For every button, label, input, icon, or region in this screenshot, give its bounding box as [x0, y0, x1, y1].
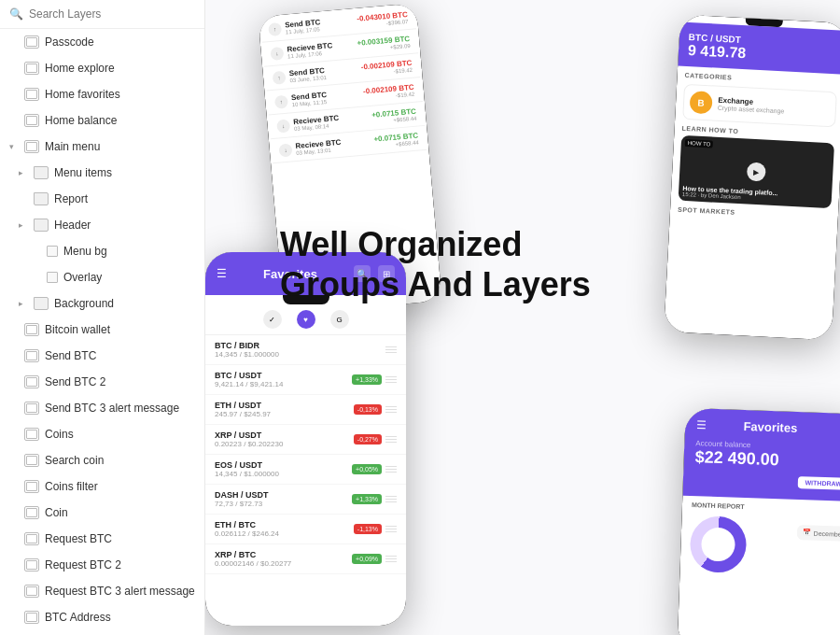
- monitor-icon: [24, 323, 39, 336]
- sidebar-item-label: Home favorites: [45, 88, 120, 101]
- coin-name: XRP / BTC: [215, 550, 291, 559]
- monitor-icon: [24, 480, 39, 493]
- sidebar-item-home-explore[interactable]: Home explore: [0, 55, 204, 81]
- sidebar-item-report[interactable]: Report: [0, 186, 204, 212]
- sidebar-item-label: Passcode: [45, 35, 94, 49]
- coin-name: ETH / USDT: [215, 401, 271, 410]
- sidebar-layer-list: PasscodeHome exploreHome favoritesHome b…: [0, 29, 204, 635]
- coin-name: ETH / BTC: [215, 520, 279, 529]
- sidebar-item-label: Report: [54, 192, 88, 205]
- coin-value: 245.97 / $245.97: [215, 410, 271, 418]
- sidebar-item-request-btc-2[interactable]: Request BTC 2: [0, 552, 204, 578]
- sidebar-item-home-favorites[interactable]: Home favorites: [0, 81, 204, 107]
- monitor-icon: [24, 375, 39, 388]
- monitor-icon: [24, 558, 39, 572]
- chevron-icon: ▸: [19, 220, 28, 230]
- coin-row: BTC / USDT9,421.14 / $9,421.14+1,33%: [205, 365, 406, 395]
- video-label: HOW TO: [685, 139, 714, 148]
- coin-name: EOS / USDT: [215, 460, 279, 470]
- sidebar-item-send-btc[interactable]: Send BTC: [0, 343, 204, 369]
- monitor-icon: [24, 454, 39, 467]
- coin-value: 72,73 / $72.73: [215, 500, 269, 508]
- sidebar-item-label: Main menu: [45, 140, 100, 153]
- phone-favorites: ☰ Favorites 🔍 ⊞ ✓ ♥ G BTC / BIDR14,345 /…: [205, 252, 406, 626]
- coin-value: 14,345 / $1.000000: [215, 350, 279, 359]
- sidebar-item-send-btc-3[interactable]: Send BTC 3 alert message: [0, 395, 204, 421]
- sidebar-item-home-balance[interactable]: Home balance: [0, 107, 204, 134]
- tab-heart[interactable]: ♥: [297, 310, 315, 329]
- sidebar: 🔍 PasscodeHome exploreHome favoritesHome…: [0, 0, 205, 635]
- sidebar-item-main-menu[interactable]: ▾Main menu: [0, 134, 204, 160]
- badge-positive: +1,33%: [352, 374, 382, 385]
- sidebar-item-label: Overlay: [63, 271, 102, 284]
- send-icon: ↑: [273, 70, 287, 84]
- sidebar-item-label: Menu items: [54, 166, 112, 179]
- coin-row: XRP / USDT0.20223 / $0.202230-0,27%: [205, 425, 406, 455]
- menu-lines-icon: [385, 346, 397, 353]
- menu-lines-icon: [385, 496, 397, 502]
- monitor-icon: [24, 611, 39, 624]
- tab-check[interactable]: ✓: [263, 310, 282, 329]
- exchange-icon: B: [690, 91, 713, 114]
- sidebar-item-label: Coins filter: [45, 480, 98, 493]
- sidebar-item-send-btc-2[interactable]: Send BTC 2: [0, 369, 204, 395]
- sidebar-item-bitcoin-wallet[interactable]: Bitcoin wallet: [0, 317, 204, 343]
- rect-icon: [47, 246, 58, 257]
- sidebar-item-request-btc[interactable]: Request BTC: [0, 526, 204, 552]
- sidebar-item-overlay[interactable]: Overlay: [0, 264, 204, 290]
- sidebar-item-label: Request BTC: [45, 532, 112, 545]
- sidebar-item-coins-filter[interactable]: Coins filter: [0, 473, 204, 500]
- sidebar-item-label: Request BTC 2: [45, 558, 121, 572]
- coin-row: XRP / BTC0.00002146 / $0.20277+0,09%: [205, 544, 406, 574]
- sidebar-item-coins[interactable]: Coins: [0, 421, 204, 447]
- menu-lines-icon: [385, 526, 397, 532]
- menu-lines-icon: [385, 436, 397, 443]
- send-icon: ↑: [274, 94, 288, 108]
- folder-icon: [34, 297, 49, 310]
- sidebar-item-label: Send BTC 3 alert message: [45, 402, 179, 415]
- play-button[interactable]: ▶: [747, 162, 766, 181]
- sidebar-search-bar[interactable]: 🔍: [0, 0, 204, 29]
- sidebar-item-label: Coins: [45, 428, 74, 441]
- coin-value: 0.026112 / $246.24: [215, 529, 279, 538]
- search-icon: 🔍: [9, 7, 23, 21]
- chevron-icon: ▸: [19, 168, 28, 177]
- hamburger-icon: ☰: [217, 267, 227, 280]
- sidebar-item-coin[interactable]: Coin: [0, 500, 204, 526]
- main-content: Well Organized Groups And Layers ↑Send B…: [205, 0, 840, 635]
- coin-row: BTC / BIDR14,345 / $1.000000: [205, 335, 406, 365]
- menu-lines-icon: [385, 466, 397, 473]
- coin-name: BTC / USDT: [215, 371, 283, 380]
- phones-container: ↑Send BTC11 July, 17:05-0.043010 BTC-$39…: [205, 0, 840, 635]
- search-input[interactable]: [29, 7, 195, 21]
- sidebar-item-background[interactable]: ▸Background: [0, 290, 204, 317]
- badge-positive: +1,33%: [352, 494, 382, 504]
- badge-negative: -0,13%: [354, 404, 382, 415]
- sidebar-item-btc-address[interactable]: BTC Address: [0, 604, 204, 630]
- menu-lines-icon: [385, 406, 397, 413]
- sidebar-item-label: Send BTC 2: [45, 375, 105, 388]
- sidebar-item-label: Request BTC 3 alert message: [45, 585, 195, 598]
- december-badge: 📅 December: [796, 525, 840, 542]
- withdraw-button[interactable]: WITHDRAW: [797, 476, 840, 490]
- monitor-icon: [24, 532, 39, 545]
- sidebar-item-label: Menu bg: [63, 245, 107, 258]
- sidebar-item-label: Header: [54, 219, 91, 232]
- sidebar-item-label: Coin: [45, 506, 68, 519]
- coin-value: 9,421.14 / $9,421.14: [215, 380, 283, 388]
- chevron-icon: ▾: [9, 142, 19, 151]
- coin-row: DASH / USDT72,73 / $72.73+1,33%: [205, 485, 406, 515]
- sidebar-item-header[interactable]: ▸Header: [0, 212, 204, 238]
- tab-chart[interactable]: G: [330, 310, 349, 329]
- sidebar-item-menu-bg[interactable]: Menu bg: [0, 238, 204, 264]
- monitor-icon: [24, 114, 39, 127]
- coin-value: 0.00002146 / $0.20277: [215, 559, 291, 568]
- sidebar-item-menu-items[interactable]: ▸Menu items: [0, 160, 204, 186]
- sidebar-item-search-coin[interactable]: Search coin: [0, 447, 204, 473]
- sidebar-item-request-btc-3[interactable]: Request BTC 3 alert message: [0, 578, 204, 604]
- sidebar-item-label: Bitcoin wallet: [45, 323, 110, 336]
- coin-value: 14,345 / $1.000000: [215, 470, 279, 478]
- chevron-icon: ▸: [19, 299, 28, 308]
- video-card[interactable]: HOW TO ▶ How to use the trading platfo..…: [679, 135, 834, 208]
- sidebar-item-passcode[interactable]: Passcode: [0, 29, 204, 55]
